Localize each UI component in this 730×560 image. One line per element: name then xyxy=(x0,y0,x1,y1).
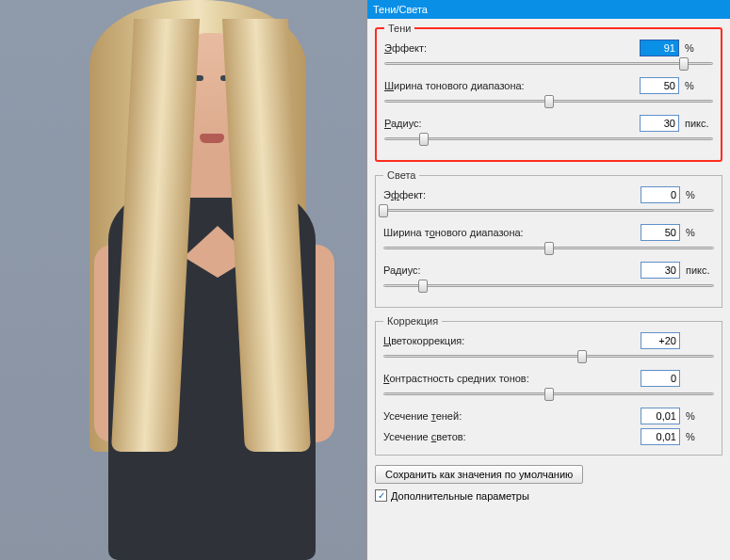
slider-track-line xyxy=(383,209,714,212)
illustration-lips xyxy=(200,134,224,143)
slider-thumb[interactable] xyxy=(544,95,554,108)
shadows-amount-slider[interactable] xyxy=(384,58,713,72)
highlights-amount-unit: % xyxy=(680,189,714,200)
shadows-radius-unit: пикс. xyxy=(679,118,713,129)
slider-thumb[interactable] xyxy=(419,133,429,146)
slider-track-line xyxy=(383,284,714,287)
more-options-checkbox[interactable]: ✓ xyxy=(375,489,387,502)
shadows-legend: Тени xyxy=(384,23,414,34)
slider-track-line xyxy=(383,355,714,358)
adjust-legend: Коррекция xyxy=(383,315,442,327)
midtone-contrast-slider[interactable] xyxy=(383,389,714,402)
midtone-contrast-input[interactable] xyxy=(641,370,680,387)
highlights-amount-input[interactable] xyxy=(641,186,680,203)
dialog-title-bar: Тени/Света xyxy=(367,0,730,19)
shadows-highlights-dialog: Тени/Света Тени Эффект: % Ширина тоновог… xyxy=(366,0,730,560)
highlights-amount-slider[interactable] xyxy=(383,205,714,218)
highlights-group: Света Эффект: % Ширина тонового диапазон… xyxy=(375,169,722,308)
shadows-radius-input[interactable] xyxy=(640,115,679,132)
highlights-tonal-input[interactable] xyxy=(641,224,680,241)
highlights-amount-row: Эффект: % xyxy=(383,186,714,203)
shadows-radius-slider[interactable] xyxy=(384,134,713,147)
clip-highlights-input[interactable] xyxy=(641,428,680,445)
shadows-tonal-label: Ширина тонового диапазона: xyxy=(384,80,640,91)
shadows-tonal-input[interactable] xyxy=(640,77,679,94)
document-preview xyxy=(0,0,366,560)
highlights-radius-label: Радиус: xyxy=(383,264,641,276)
save-defaults-button[interactable]: Сохранить как значения по умолчанию xyxy=(375,465,583,484)
slider-thumb[interactable] xyxy=(577,350,587,363)
slider-thumb[interactable] xyxy=(418,280,428,293)
slider-track-line xyxy=(384,137,713,140)
shadows-tonal-slider[interactable] xyxy=(384,96,713,109)
highlights-amount-label: Эффект: xyxy=(383,189,641,200)
highlights-tonal-unit: % xyxy=(680,227,714,238)
shadows-group: Тени Эффект: % Ширина тонового диапазона… xyxy=(375,23,722,162)
slider-thumb[interactable] xyxy=(544,388,554,401)
color-correction-slider[interactable] xyxy=(383,351,714,364)
clip-highlights-label: Усечение светов: xyxy=(383,431,641,442)
highlights-radius-input[interactable] xyxy=(641,262,680,279)
highlights-legend: Света xyxy=(383,169,419,181)
clip-shadows-row: Усечение теней: % xyxy=(383,408,714,424)
shadows-radius-row: Радиус: пикс. xyxy=(384,115,713,132)
shadows-tonal-unit: % xyxy=(679,80,713,91)
slider-thumb[interactable] xyxy=(544,242,554,255)
highlights-tonal-slider[interactable] xyxy=(383,243,714,256)
highlights-tonal-label: Ширина тонового диапазона: xyxy=(383,227,641,238)
color-correction-label: Цветокоррекция: xyxy=(383,335,641,346)
highlights-radius-unit: пикс. xyxy=(680,264,714,276)
slider-thumb[interactable] xyxy=(379,204,388,217)
clip-shadows-input[interactable] xyxy=(641,408,680,424)
dialog-title: Тени/Света xyxy=(373,4,428,15)
clip-shadows-unit: % xyxy=(680,410,714,422)
shadows-amount-row: Эффект: % xyxy=(384,40,713,56)
color-correction-input[interactable] xyxy=(641,332,680,349)
midtone-contrast-label: Контрастность средних тонов: xyxy=(383,373,641,384)
highlights-radius-row: Радиус: пикс. xyxy=(383,262,714,279)
clip-shadows-label: Усечение теней: xyxy=(383,410,641,422)
more-options-label: Дополнительные параметры xyxy=(391,490,529,502)
highlights-radius-slider[interactable] xyxy=(383,280,714,294)
color-correction-row: Цветокоррекция: xyxy=(383,332,714,349)
slider-track-line xyxy=(384,62,713,65)
shadows-radius-label: Радиус: xyxy=(384,118,640,129)
adjust-group: Коррекция Цветокоррекция: Контрастность … xyxy=(375,315,722,456)
shadows-tonal-row: Ширина тонового диапазона: % xyxy=(384,77,713,94)
more-options-row[interactable]: ✓ Дополнительные параметры xyxy=(375,489,730,502)
midtone-contrast-row: Контрастность средних тонов: xyxy=(383,370,714,387)
shadows-amount-label: Эффект: xyxy=(384,42,640,54)
highlights-tonal-row: Ширина тонового диапазона: % xyxy=(383,224,714,241)
clip-highlights-unit: % xyxy=(680,431,714,442)
shadows-amount-input[interactable] xyxy=(640,40,679,56)
shadows-amount-unit: % xyxy=(679,42,713,54)
clip-highlights-row: Усечение светов: % xyxy=(383,428,714,445)
slider-thumb[interactable] xyxy=(679,57,689,71)
